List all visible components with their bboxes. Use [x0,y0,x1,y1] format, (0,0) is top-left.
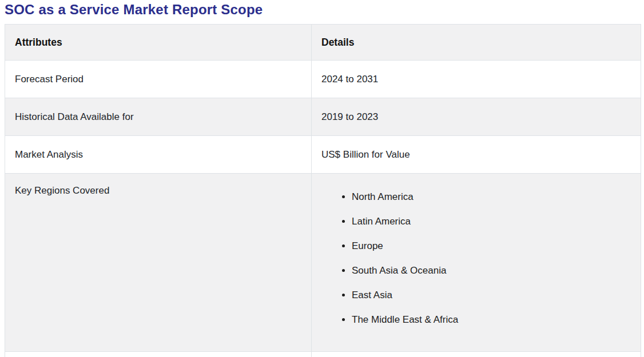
attribute-cell: Key Regions Covered [5,174,312,352]
region-list-item: Latin America [352,215,631,228]
detail-cell: 2019 to 2023 [312,98,641,136]
attribute-cell: Forecast Period [5,61,312,98]
attribute-cell: Historical Data Available for [5,98,312,136]
detail-cell [312,352,641,357]
region-list: North America Latin America Europe South… [321,190,631,327]
region-list-item: The Middle East & Africa [352,313,631,327]
region-list-item: North America [352,190,631,204]
region-list-item: Europe [352,239,631,253]
detail-cell: 2024 to 2031 [312,61,641,98]
table-row-key-regions: Key Regions Covered North America Latin … [5,174,641,352]
table-row-partial-cutoff [5,352,641,357]
region-list-item: East Asia [352,288,631,302]
scope-table: Attributes Details Forecast Period 2024 … [5,24,641,357]
column-header-attributes: Attributes [5,25,312,61]
report-scope-page: SOC as a Service Market Report Scope Att… [0,0,644,357]
region-list-item: South Asia & Oceania [352,264,631,278]
detail-cell: North America Latin America Europe South… [312,174,641,352]
attribute-cell: Market Analysis [5,136,312,174]
table-row-market-analysis: Market Analysis US$ Billion for Value [5,136,641,174]
page-title: SOC as a Service Market Report Scope [0,0,644,18]
table-row-forecast-period: Forecast Period 2024 to 2031 [5,61,641,98]
attribute-cell [5,352,312,357]
table-header-row: Attributes Details [5,25,641,61]
detail-cell: US$ Billion for Value [312,136,641,174]
column-header-details: Details [312,25,641,61]
table-row-historical-data: Historical Data Available for 2019 to 20… [5,98,641,136]
